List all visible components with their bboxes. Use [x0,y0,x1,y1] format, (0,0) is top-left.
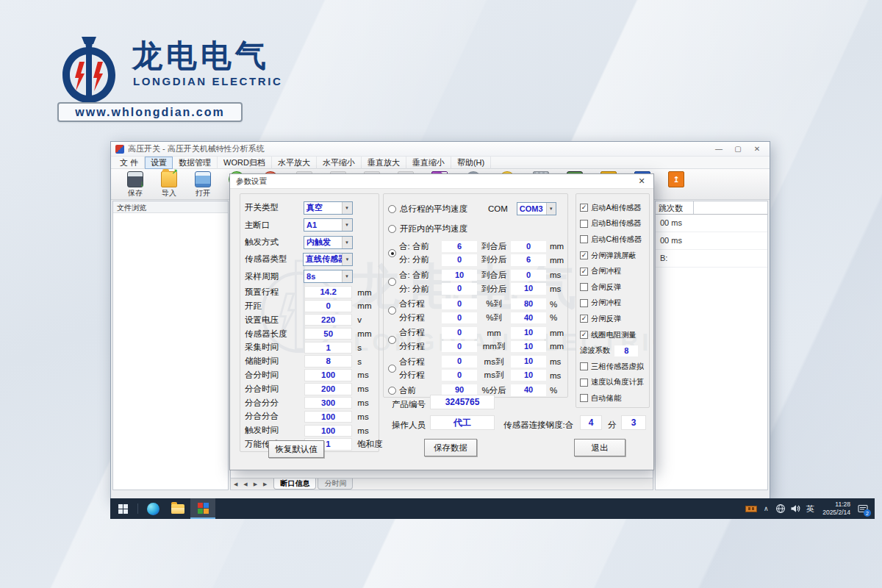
param-input[interactable]: 100 [304,411,352,423]
operator-input[interactable]: 代工 [430,415,495,430]
dialog-titlebar[interactable]: 参数设置 ✕ [230,174,653,189]
param-input[interactable]: 200 [304,383,352,395]
param-select[interactable]: 8s▼ [304,270,352,283]
checkbox[interactable]: ✓ [580,251,588,259]
speed-value-input[interactable]: 10 [511,370,546,381]
close-button[interactable]: ✕ [747,143,767,155]
param-select[interactable]: 真空▼ [304,201,352,215]
menu-item-4[interactable]: 水平放大 [272,157,317,169]
speed-value-input[interactable]: 10 [511,283,546,295]
toolbar-button-open[interactable]: 打开 [186,171,220,198]
param-input[interactable]: 14.2 [304,286,352,298]
clock[interactable]: 11:28 2025/2/14 [817,501,856,516]
table-row[interactable]: B: [656,250,767,268]
speed-value-input[interactable]: 0 [442,298,477,310]
tab-1[interactable]: 分时间 [318,478,353,490]
menu-item-1[interactable]: 设置 [145,157,173,169]
start-button[interactable] [110,498,135,519]
tray-app-button[interactable] [744,498,759,519]
menu-item-7[interactable]: 垂直缩小 [406,157,451,169]
checkbox[interactable]: ✓ [580,331,588,339]
checkbox[interactable]: ✓ [580,204,588,212]
table-row[interactable]: 00 ms [656,232,767,250]
tab-nav-arrows[interactable]: ◀ ◀ ▶ ▶ [234,481,269,487]
speed-value-input[interactable]: 0 [442,312,477,324]
param-select[interactable]: 直线传感器▼ [303,253,353,266]
restore-defaults-button[interactable]: 恢复默认值 [268,440,324,458]
speed-radio-4[interactable] [388,306,396,315]
speed-value-input[interactable]: 0 [442,356,477,368]
menu-item-8[interactable]: 帮助(H) [451,157,491,169]
window-titlebar[interactable]: 高压开关 - 高压开关机械特性分析系统 — ▢ ✕ [111,142,770,157]
menu-item-3[interactable]: WORD归档 [218,157,272,169]
menu-item-2[interactable]: 数据管理 [173,157,218,169]
param-input[interactable]: 8 [304,355,352,368]
tray-expand-button[interactable]: ∧ [759,498,773,519]
speed-value-input[interactable]: 0 [442,327,477,339]
exit-button[interactable]: 退出 [574,439,625,456]
param-input[interactable]: 50 [304,328,352,340]
menu-item-6[interactable]: 垂直放大 [362,157,406,169]
com-port-select[interactable]: COM3▼ [517,202,556,215]
chevron-down-icon[interactable]: ▼ [342,270,352,282]
speed-value-input[interactable]: 40 [511,384,546,396]
speed-value-input[interactable]: 80 [511,298,546,310]
checkbox[interactable] [580,379,588,387]
menu-item-0[interactable]: 文 件 [114,157,145,169]
speed-radio-6[interactable] [388,365,396,373]
speed-value-input[interactable]: 0 [442,254,477,266]
stiffness-open-input[interactable]: 3 [621,415,646,430]
volume-button[interactable] [788,498,803,519]
speed-value-input[interactable]: 10 [511,356,546,368]
speed-radio-1[interactable] [388,225,396,233]
speed-value-input[interactable]: 10 [511,327,546,339]
stiffness-close-input[interactable]: 4 [580,415,602,430]
checkbox[interactable] [580,362,588,370]
param-input[interactable]: 300 [304,397,352,409]
speed-value-input[interactable]: 10 [511,341,546,353]
maximize-button[interactable]: ▢ [728,143,747,155]
speed-value-input[interactable]: 10 [442,270,477,282]
filter-coeff-input[interactable]: 8 [614,345,638,356]
table-row[interactable]: 00 ms [656,215,767,232]
speed-radio-7[interactable] [388,387,396,395]
speed-radio-5[interactable] [388,336,396,344]
language-indicator[interactable]: 英 [803,498,817,519]
network-button[interactable] [773,498,788,519]
checkbox[interactable]: ✓ [580,268,588,276]
speed-value-input[interactable]: 6 [511,254,546,266]
chevron-down-icon[interactable]: ▼ [342,254,352,265]
menu-item-5[interactable]: 水平缩小 [317,157,362,169]
speed-value-input[interactable]: 0 [511,270,546,282]
file-explorer-button[interactable] [165,498,190,519]
param-input[interactable]: 220 [304,314,352,326]
speed-value-input[interactable]: 0 [511,241,546,253]
save-data-button[interactable]: 保存数据 [424,439,477,456]
checkbox[interactable] [580,283,588,291]
checkbox[interactable] [580,220,588,228]
chevron-down-icon[interactable]: ▼ [342,202,352,214]
speed-radio-0[interactable] [388,205,396,213]
param-select[interactable]: 内触发▼ [304,236,352,249]
app-taskbar-button[interactable] [190,498,215,519]
column-header-bounce-count[interactable]: 跳次数 [656,201,694,214]
speed-value-input[interactable]: 40 [511,312,546,324]
minimize-button[interactable]: — [709,143,728,155]
checkbox[interactable]: ✓ [580,315,588,323]
tab-0[interactable]: 断口信息 [273,478,316,490]
toolbar-button-save[interactable]: 保存 [118,171,152,198]
checkbox[interactable] [580,235,588,243]
dialog-close-button[interactable]: ✕ [636,176,648,186]
chevron-down-icon[interactable]: ▼ [342,237,352,248]
param-select[interactable]: A1▼ [304,218,352,232]
speed-value-input[interactable]: 6 [442,241,477,253]
speed-value-input[interactable]: 0 [442,341,477,353]
speed-value-input[interactable]: 0 [442,370,477,381]
speed-radio-3[interactable] [388,278,396,286]
toolbar-button-import[interactable]: 导入 [152,171,186,198]
param-input[interactable]: 100 [304,425,352,437]
speed-value-input[interactable]: 0 [442,283,477,295]
edge-browser-button[interactable] [140,498,165,519]
param-input[interactable]: 100 [304,369,352,381]
toolbar-button-power[interactable]: ↥ [659,171,693,187]
